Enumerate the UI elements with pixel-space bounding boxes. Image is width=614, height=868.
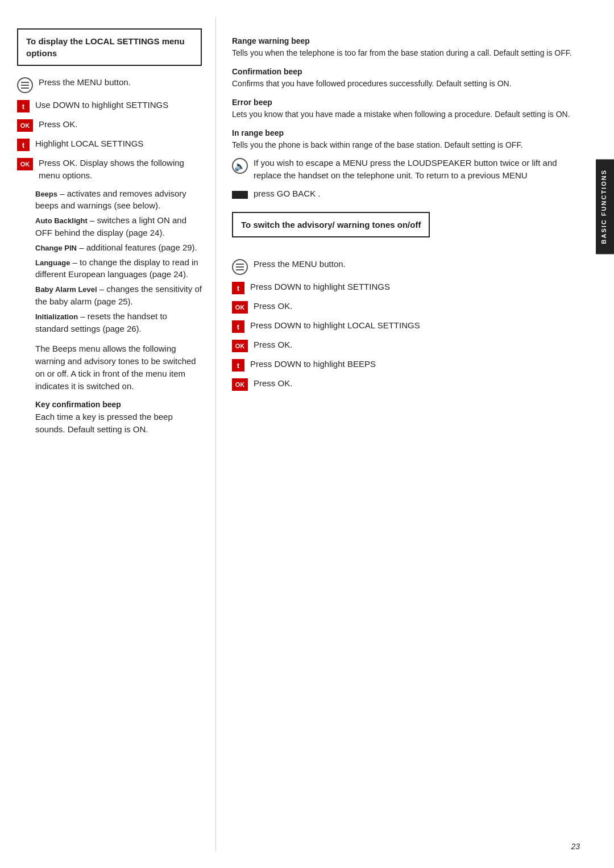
step2-3-text: Press OK. xyxy=(254,300,292,312)
escape-text: If you wish to escape a MENU press the L… xyxy=(254,157,586,182)
range-warning-block: Range warning beep Tells you when the te… xyxy=(232,36,586,59)
step2-t1: t Press DOWN to highlight SETTINGS xyxy=(232,281,586,294)
step2-5-text: Press OK. xyxy=(254,339,292,351)
ok-badge-r2: OK xyxy=(232,340,248,352)
in-range-body: Tells you the phone is back within range… xyxy=(232,139,586,151)
menu-icon-2 xyxy=(232,259,248,275)
step2-t2: t Press DOWN to highlight LOCAL SETTINGS xyxy=(232,319,586,333)
go-back-step: press GO BACK . xyxy=(232,187,586,200)
step2-ok3: OK Press OK. xyxy=(232,377,586,391)
confirmation-body: Confirms that you have followed procedur… xyxy=(232,78,586,90)
step2-ok1: OK Press OK. xyxy=(232,300,586,314)
step4-text: Highlight LOCAL SETTINGS xyxy=(35,137,143,150)
t-badge-r1: t xyxy=(232,282,244,294)
step2-7-text: Press OK. xyxy=(254,377,292,390)
ok-badge-2: OK xyxy=(17,158,33,170)
error-title: Error beep xyxy=(232,98,586,107)
error-block: Error beep Lets you know that you have m… xyxy=(232,98,586,120)
step-highlight-settings: t Use DOWN to highlight SETTINGS xyxy=(17,99,202,112)
t-badge-r2: t xyxy=(232,320,244,333)
ok-badge-r1: OK xyxy=(232,301,248,314)
key-conf-body: Each time a key is pressed the beep soun… xyxy=(35,411,202,436)
escape-step: 🔈 If you wish to escape a MENU press the… xyxy=(232,157,586,182)
in-range-block: In range beep Tells you the phone is bac… xyxy=(232,128,586,151)
box2-title-container: To switch the advisory/ warning tones on… xyxy=(232,212,586,248)
step3-text: Press OK. xyxy=(39,118,77,131)
t-badge-r3: t xyxy=(232,359,244,372)
error-body: Lets you know that you have made a mista… xyxy=(232,108,586,120)
menu-option-beeps: Beeps – activates and removes advisory b… xyxy=(35,187,202,212)
go-back-text: press GO BACK . xyxy=(254,187,321,200)
key-conf-title: Key confirmation beep xyxy=(35,400,202,409)
menu-option-init: Initialization – resets the handset to s… xyxy=(35,310,202,335)
step2-text: Use DOWN to highlight SETTINGS xyxy=(35,99,168,111)
step2-ok2: OK Press OK. xyxy=(232,339,586,352)
go-back-icon xyxy=(232,191,248,199)
step2-6-text: Press DOWN to highlight BEEPS xyxy=(250,358,376,370)
menu-option-baby-alarm: Baby Alarm Level – changes the sensitivi… xyxy=(35,283,202,308)
right-column: Range warning beep Tells you when the te… xyxy=(216,17,614,851)
speaker-icon: 🔈 xyxy=(232,158,248,174)
menu-option-language: Language – to change the display to read… xyxy=(35,256,202,281)
beeps-intro-block: The Beeps menu allows the following warn… xyxy=(17,343,202,392)
step2-4-text: Press DOWN to highlight LOCAL SETTINGS xyxy=(250,319,420,332)
box-title-local-settings: To display the LOCAL SETTINGS menu optio… xyxy=(17,28,202,66)
ok-badge-r3: OK xyxy=(232,378,248,391)
menu-option-pin: Change PIN – additional features (page 2… xyxy=(35,241,202,254)
menu-options-block: Beeps – activates and removes advisory b… xyxy=(17,187,202,335)
step2-2-text: Press DOWN to highlight SETTINGS xyxy=(250,281,390,293)
beeps-intro-text: The Beeps menu allows the following warn… xyxy=(35,343,202,392)
step-ok-2: OK Press OK. Display shows the following… xyxy=(17,157,202,182)
in-range-title: In range beep xyxy=(232,128,586,137)
confirmation-block: Confirmation beep Confirms that you have… xyxy=(232,67,586,90)
t-badge-1: t xyxy=(17,100,30,112)
range-warning-title: Range warning beep xyxy=(232,36,586,45)
t-badge-2: t xyxy=(17,139,30,151)
step-highlight-local-settings: t Highlight LOCAL SETTINGS xyxy=(17,137,202,151)
step2-t3: t Press DOWN to highlight BEEPS xyxy=(232,358,586,372)
step2-1-text: Press the MENU button. xyxy=(254,258,346,270)
step-ok-1: OK Press OK. xyxy=(17,118,202,132)
menu-option-backlight: Auto Backlight – switches a light ON and… xyxy=(35,214,202,239)
range-warning-body: Tells you when the telephone is too far … xyxy=(232,47,586,59)
side-tab-basic-functions: BASIC FUNCTIONS xyxy=(596,159,614,254)
ok-badge-1: OK xyxy=(17,119,33,132)
step1-text: Press the MENU button. xyxy=(39,76,131,89)
step5-text: Press OK. Display shows the following me… xyxy=(39,157,202,182)
left-column: To display the LOCAL SETTINGS menu optio… xyxy=(0,17,216,851)
menu-icon xyxy=(17,77,33,93)
page-number: 23 xyxy=(571,842,580,851)
confirmation-title: Confirmation beep xyxy=(232,67,586,76)
step2-menu-button: Press the MENU button. xyxy=(232,258,586,275)
box-title-switch-advisory: To switch the advisory/ warning tones on… xyxy=(232,212,430,237)
key-conf-block: Key confirmation beep Each time a key is… xyxy=(17,400,202,436)
step-menu-button: Press the MENU button. xyxy=(17,76,202,93)
